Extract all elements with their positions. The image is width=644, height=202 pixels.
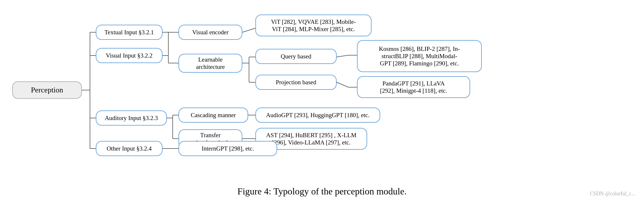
kosmos-group-node: Kosmos [286], BLIP-2 [287], In- structBL…	[357, 40, 482, 72]
svg-line-11	[242, 28, 255, 32]
cascading-manner-node: Cascading manner	[178, 108, 248, 123]
watermark: CSDN @colorful_c...	[590, 191, 635, 197]
projection-based-node: Projection based	[255, 75, 337, 90]
interngpt-node: InternGPT [298], etc.	[178, 141, 277, 156]
auditory-input-node: Auditory Input §3.2.3	[96, 110, 167, 126]
cascading-refs-node: AudioGPT [293], HuggingGPT [180], etc.	[255, 108, 380, 123]
query-based-node: Query based	[255, 49, 337, 64]
visual-encoder-node: Visual encoder	[178, 25, 242, 40]
perception-node: Perception	[12, 81, 82, 99]
vit-group-node: ViT [282], VQVAE [283], Mobile- ViT [284…	[255, 15, 371, 36]
other-input-node: Other Input §3.2.4	[96, 141, 163, 156]
textual-input-node: Textual Input §3.2.1	[96, 25, 163, 40]
visual-input-node: Visual Input §3.2.2	[96, 48, 163, 63]
learnable-arch-node: Learnable architecture	[178, 54, 242, 73]
svg-line-18	[337, 82, 348, 87]
svg-line-16	[337, 55, 348, 57]
figure-caption: Figure 4: Typology of the perception mod…	[237, 186, 407, 197]
diagram-container: Perception Textual Input §3.2.1 Visual I…	[0, 3, 644, 171]
panda-group-node: PandaGPT [291], LLaVA [292], Minigpt-4 […	[357, 76, 470, 98]
